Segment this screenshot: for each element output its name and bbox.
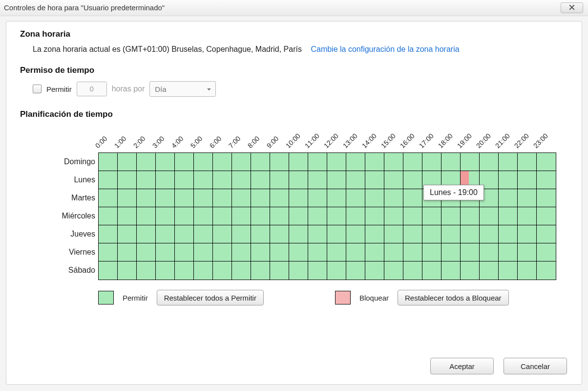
schedule-cell[interactable] [384,153,403,171]
schedule-cell[interactable] [194,153,213,171]
schedule-cell[interactable] [118,153,137,171]
schedule-cell[interactable] [403,171,422,189]
schedule-cell[interactable] [118,261,137,280]
schedule-cell[interactable] [308,225,327,243]
schedule-cell[interactable] [537,153,556,171]
schedule-cell[interactable] [346,189,365,207]
schedule-cell[interactable] [194,243,213,261]
hours-input[interactable]: 0 [77,82,107,96]
schedule-cell[interactable] [213,171,232,189]
close-button[interactable] [561,2,583,13]
reset-all-allow-button[interactable]: Restablecer todos a Permitir [157,290,264,305]
schedule-cell[interactable] [346,153,365,171]
schedule-cell[interactable] [537,261,556,280]
schedule-cell[interactable] [251,225,270,243]
schedule-cell[interactable] [270,243,289,261]
schedule-cell[interactable] [518,171,537,189]
schedule-cell[interactable] [518,189,537,207]
schedule-cell[interactable] [365,207,384,225]
schedule-cell[interactable] [499,189,518,207]
schedule-cell[interactable] [213,261,232,280]
schedule-cell[interactable] [251,153,270,171]
schedule-cell[interactable] [480,225,499,243]
schedule-cell[interactable] [365,153,384,171]
schedule-cell[interactable] [537,189,556,207]
schedule-cell[interactable] [518,225,537,243]
schedule-cell[interactable] [156,189,175,207]
schedule-cell[interactable] [461,153,480,171]
schedule-cell[interactable] [232,207,251,225]
schedule-cell[interactable] [156,207,175,225]
schedule-cell[interactable] [232,189,251,207]
schedule-cell[interactable] [537,243,556,261]
schedule-cell[interactable] [118,225,137,243]
schedule-cell[interactable] [403,207,422,225]
schedule-cell[interactable] [232,243,251,261]
schedule-cell[interactable] [308,261,327,280]
reset-all-block-button[interactable]: Restablecer todos a Bloquear [398,290,509,305]
schedule-cell[interactable] [499,207,518,225]
schedule-cell[interactable] [346,207,365,225]
schedule-cell[interactable] [175,189,194,207]
schedule-cell[interactable] [289,261,308,280]
schedule-cell[interactable] [118,171,137,189]
schedule-cell[interactable] [251,207,270,225]
permit-checkbox[interactable] [33,85,42,93]
schedule-cell[interactable] [518,261,537,280]
schedule-cell[interactable] [175,243,194,261]
schedule-cell[interactable] [213,189,232,207]
schedule-cell[interactable] [499,153,518,171]
schedule-cell[interactable] [251,189,270,207]
schedule-cell[interactable] [537,171,556,189]
schedule-cell[interactable] [308,243,327,261]
schedule-cell[interactable] [194,261,213,280]
schedule-cell[interactable] [99,225,118,243]
schedule-cell[interactable] [384,243,403,261]
schedule-cell[interactable] [118,207,137,225]
schedule-cell[interactable] [251,171,270,189]
schedule-cell[interactable] [99,207,118,225]
schedule-cell[interactable] [480,207,499,225]
schedule-cell[interactable] [308,189,327,207]
schedule-cell[interactable] [194,225,213,243]
schedule-cell[interactable] [403,261,422,280]
time-unit-select[interactable]: Día [149,81,216,97]
schedule-cell[interactable] [156,225,175,243]
schedule-cell[interactable] [99,189,118,207]
schedule-cell[interactable] [441,153,461,171]
schedule-cell[interactable] [308,207,327,225]
schedule-cell[interactable] [499,225,518,243]
schedule-cell[interactable] [441,243,461,261]
schedule-cell[interactable] [365,171,384,189]
schedule-cell[interactable] [403,153,422,171]
schedule-cell[interactable] [384,189,403,207]
schedule-cell[interactable] [137,171,156,189]
schedule-cell[interactable] [327,207,346,225]
schedule-cell[interactable] [327,189,346,207]
schedule-cell[interactable] [327,171,346,189]
schedule-cell[interactable] [232,261,251,280]
schedule-cell[interactable] [251,243,270,261]
schedule-cell[interactable] [232,171,251,189]
schedule-cell[interactable] [99,171,118,189]
schedule-cell[interactable] [327,225,346,243]
schedule-cell[interactable] [156,153,175,171]
schedule-cell[interactable] [137,261,156,280]
change-timezone-link[interactable]: Cambie la configuración de la zona horar… [311,45,459,53]
schedule-cell[interactable] [461,207,480,225]
schedule-cell[interactable] [518,243,537,261]
schedule-cell[interactable] [441,225,461,243]
schedule-cell[interactable] [384,207,403,225]
schedule-cell[interactable] [384,225,403,243]
schedule-cell[interactable] [270,171,289,189]
schedule-cell[interactable] [213,225,232,243]
cancel-button[interactable]: Cancelar [504,358,567,374]
schedule-cell[interactable] [232,225,251,243]
schedule-cell[interactable] [137,243,156,261]
schedule-cell[interactable] [422,261,441,280]
schedule-cell[interactable] [422,225,441,243]
schedule-cell[interactable] [270,153,289,171]
schedule-cell[interactable] [365,189,384,207]
schedule-cell[interactable] [137,207,156,225]
schedule-cell[interactable] [289,153,308,171]
